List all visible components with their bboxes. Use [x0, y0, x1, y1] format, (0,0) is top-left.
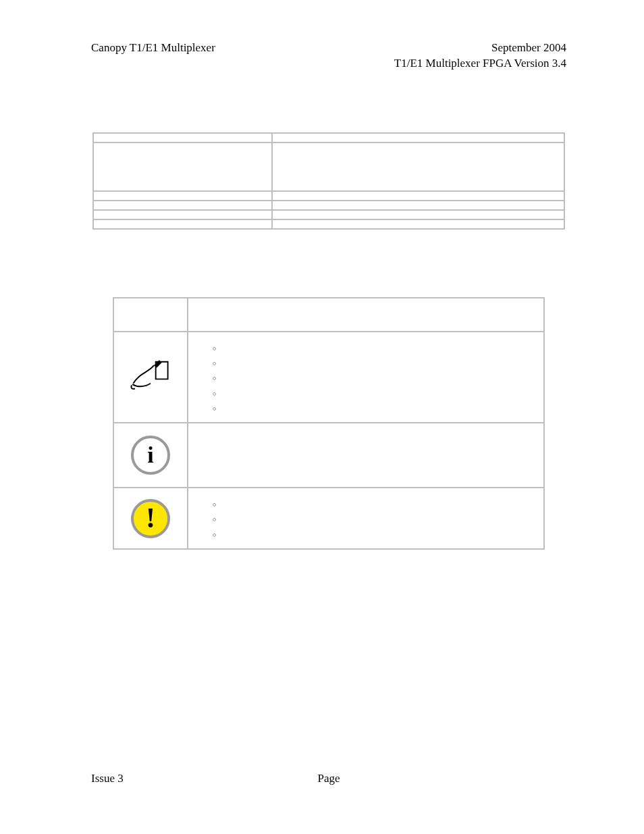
admonition-desc — [188, 488, 544, 549]
list-item — [213, 528, 537, 542]
spec-cell — [272, 142, 564, 191]
table-row: ! — [113, 488, 544, 549]
bullet-list — [195, 342, 537, 415]
page-header: Canopy T1/E1 Multiplexer September 2004 … — [91, 41, 566, 72]
page: Canopy T1/E1 Multiplexer September 2004 … — [0, 0, 644, 834]
spec-cell — [272, 191, 564, 201]
table-row — [93, 201, 564, 210]
admonition-header-icon — [113, 298, 188, 332]
header-left: Canopy T1/E1 Multiplexer — [91, 41, 215, 56]
spec-cell — [93, 191, 272, 201]
table-row — [113, 332, 544, 423]
table-row — [93, 219, 564, 229]
spec-cell — [93, 219, 272, 229]
warn-icon: ! — [131, 499, 170, 538]
table-row: i — [113, 423, 544, 488]
icon-cell — [113, 332, 188, 423]
table-header-row — [113, 298, 544, 332]
spec-table — [92, 132, 565, 230]
list-item — [213, 387, 537, 400]
bullet-list — [195, 498, 537, 542]
icon-cell: i — [113, 423, 188, 488]
table-row — [93, 133, 564, 142]
list-item — [213, 513, 537, 526]
icon-cell: ! — [113, 488, 188, 549]
spec-cell — [272, 133, 564, 142]
list-item — [213, 342, 537, 355]
list-item — [213, 371, 537, 385]
spec-cell — [93, 210, 272, 219]
page-footer: Issue 3 Page — [91, 771, 566, 787]
list-item — [213, 402, 537, 415]
table-row — [93, 210, 564, 219]
admonition-table: i ! — [113, 297, 545, 550]
spec-cell — [272, 201, 564, 210]
spec-cell — [272, 210, 564, 219]
note-icon — [129, 382, 172, 395]
header-right-line1: September 2004 — [394, 41, 566, 56]
header-right-line2: T1/E1 Multiplexer FPGA Version 3.4 — [394, 56, 566, 72]
admonition-header-desc — [188, 298, 544, 332]
footer-left: Issue 3 — [91, 771, 124, 787]
footer-mid: Page — [317, 771, 340, 787]
spec-cell — [93, 201, 272, 210]
spec-cell — [93, 133, 272, 142]
spec-cell — [93, 142, 272, 191]
info-icon: i — [131, 436, 170, 475]
admonition-desc — [188, 332, 544, 423]
table-row — [93, 191, 564, 201]
list-item — [213, 498, 537, 511]
spec-cell — [272, 219, 564, 229]
table-row — [93, 142, 564, 191]
header-right: September 2004 T1/E1 Multiplexer FPGA Ve… — [394, 41, 566, 72]
list-item — [213, 357, 537, 370]
admonition-desc — [188, 423, 544, 488]
